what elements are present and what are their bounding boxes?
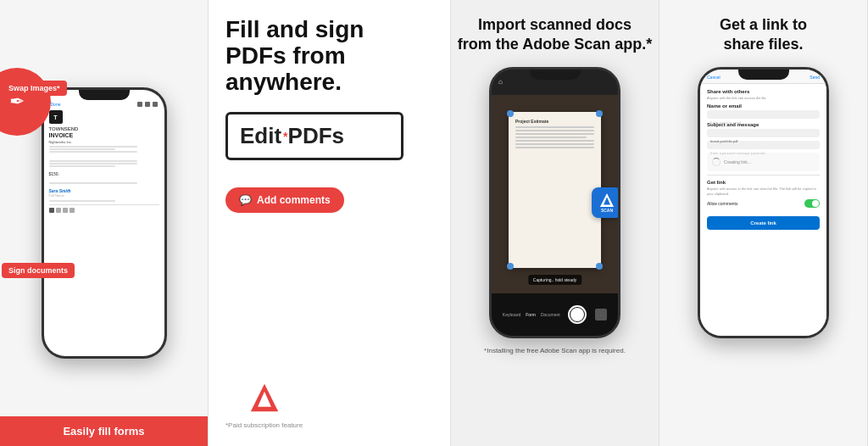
panel-share: Get a link to share files. Cancel Send S… xyxy=(659,0,868,446)
doc-line-1 xyxy=(515,126,594,128)
get-link-section: Get link Anyone with access to the link … xyxy=(707,180,820,230)
name-email-label: Name or email xyxy=(707,103,820,109)
tool-icon-4 xyxy=(70,208,75,213)
corner-dot-br xyxy=(596,263,603,270)
home-icon: ⌂ xyxy=(498,78,503,86)
scan-gallery-icon xyxy=(595,309,607,321)
creating-link-text: Creating link... xyxy=(724,159,751,164)
chat-bubble-icon: 💬 xyxy=(239,194,252,206)
share-body: Share with others Anyone with the link c… xyxy=(700,84,826,336)
add-comments-button[interactable]: 💬 Add comments xyxy=(225,187,344,213)
adobe-scan-icon xyxy=(599,192,615,208)
tool-icon-1 xyxy=(49,208,54,213)
panel-fill-sign: ✒ Swap Images* Sign documents Done T xyxy=(0,0,209,446)
send-button[interactable]: Send xyxy=(810,75,820,80)
phone-notch-4 xyxy=(738,70,789,80)
invoice-line-5 xyxy=(49,163,137,164)
name-email-input[interactable]: Enter name or email... xyxy=(707,110,820,119)
adobe-logo-area: *Paid subscription feature xyxy=(225,382,303,429)
invoice-logo: T xyxy=(49,110,63,124)
panel-scan: Import scanned docsfrom the Adobe Scan a… xyxy=(451,0,659,446)
invoice-line-6 xyxy=(49,165,115,167)
phone-scan-container: ⌂ Project Estimate xyxy=(489,67,620,338)
edit-label: Edit xyxy=(240,123,281,149)
done-btn: Done xyxy=(51,102,61,107)
spacer xyxy=(49,153,159,160)
allow-comments-row: Allow comments xyxy=(707,199,820,208)
tab-form: Form xyxy=(526,312,536,317)
screen-header: Done xyxy=(49,102,159,107)
personal-message-input[interactable]: Enter a personal message (optional) xyxy=(707,141,820,149)
invoice-line-2 xyxy=(49,148,115,150)
invoice-line-3 xyxy=(49,151,137,153)
doc-line-6 xyxy=(515,143,594,145)
panel-edit-pdfs: Fill and sign PDFs from anywhere. Edit*P… xyxy=(209,0,451,446)
doc-lines: Project Estimate xyxy=(509,112,601,157)
shutter-button[interactable] xyxy=(568,305,587,324)
paid-subscription-text: *Paid subscription feature xyxy=(225,413,303,429)
fill-sign-headline: Fill and sign PDFs from anywhere. xyxy=(225,17,433,95)
share-with-others-title: Share with others xyxy=(707,89,820,94)
filename-input[interactable]: brand-portfolio.pdf xyxy=(707,129,820,137)
scan-screen: ⌂ Project Estimate xyxy=(492,70,618,336)
icon-search xyxy=(153,102,158,107)
edit-pdfs-box: Edit*PDFs xyxy=(225,112,403,160)
scan-tabs: Keyboard Form Document xyxy=(503,312,560,317)
corner-dot-tl xyxy=(507,110,514,117)
invoice-line-1 xyxy=(49,146,137,148)
get-link-desc: Anyone with access to the link can view … xyxy=(707,187,820,196)
tool-icon-2 xyxy=(56,208,61,213)
toggle-thumb xyxy=(812,200,819,207)
scan-app-label: SCAN xyxy=(601,208,613,213)
phone-notch xyxy=(79,90,130,100)
scan-bottom-bar: Keyboard Form Document xyxy=(492,293,618,336)
cancel-button[interactable]: Cancel xyxy=(707,75,721,80)
creating-link-area: Creating link... xyxy=(707,153,820,171)
personal-placeholder: Enter a personal message (optional) xyxy=(710,151,765,155)
invoice-title: INVOICE xyxy=(49,132,159,138)
pdfs-label: PDFs xyxy=(288,123,344,149)
divider xyxy=(707,175,820,176)
scan-footnote: *Installing the free Adobe Scan app is r… xyxy=(476,347,634,354)
edit-pdfs-container: Edit*PDFs xyxy=(225,112,403,174)
doc-line-5 xyxy=(515,140,594,142)
doc-title: Project Estimate xyxy=(515,119,594,124)
invoice-line-8 xyxy=(49,200,115,202)
allow-comments-toggle[interactable] xyxy=(804,199,820,208)
toolbar xyxy=(49,204,159,213)
header-icons xyxy=(137,102,158,107)
create-link-button[interactable]: Create link xyxy=(707,216,820,230)
phone-mockup-3: ⌂ Project Estimate xyxy=(489,67,620,338)
phone-mockup-4: Cancel Send Share with others Anyone wit… xyxy=(698,67,829,338)
company-name: TOWNSEND xyxy=(49,126,159,131)
corner-dot-tr xyxy=(596,110,603,117)
scan-app-badge: SCAN xyxy=(592,187,620,218)
amount-label: $150. xyxy=(49,171,159,176)
add-comments-label: Add comments xyxy=(257,194,331,206)
easily-fill-forms-label: Easily fill forms xyxy=(0,416,208,446)
doc-line-4 xyxy=(515,137,587,138)
adobe-logo-svg xyxy=(249,382,280,413)
doc-line-7 xyxy=(515,147,594,148)
document-preview: Project Estimate xyxy=(509,112,601,268)
client-name: Nightworks Inc. xyxy=(49,140,159,144)
phone-mockup-1: Done T TOWNSEND INVOICE Nightworks Inc. xyxy=(42,87,167,359)
share-sub-text: Anyone with the link can access the file… xyxy=(707,96,820,100)
sign-documents-tag: Sign documents xyxy=(2,263,75,278)
shutter-inner xyxy=(570,308,584,321)
logo-letter: T xyxy=(53,114,57,120)
share-headline: Get a link to share files. xyxy=(720,15,807,55)
get-link-title: Get link xyxy=(707,180,820,185)
icon-grid xyxy=(145,102,150,107)
tab-keyboard: Keyboard xyxy=(503,312,520,317)
doc-line-3 xyxy=(515,133,594,135)
capturing-badge: Capturing.. hold steady xyxy=(528,275,581,285)
corner-dot-bl xyxy=(507,263,514,270)
allow-comments-text: Allow comments xyxy=(707,201,737,206)
doc-line-2 xyxy=(515,130,594,131)
panel-2-content: Fill and sign PDFs from anywhere. Edit*P… xyxy=(225,17,433,429)
spinner-icon xyxy=(712,158,721,166)
subject-label: Subject and message xyxy=(707,122,820,127)
tool-icon-3 xyxy=(63,208,68,213)
invoice-line-7 xyxy=(49,182,137,184)
